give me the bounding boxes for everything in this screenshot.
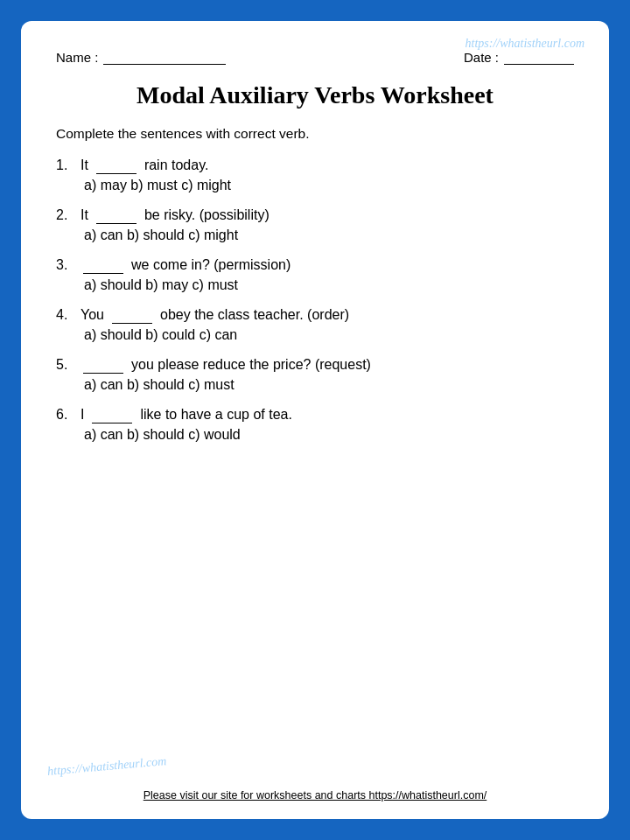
name-label: Name : bbox=[56, 50, 98, 65]
instructions-text: Complete the sentences with correct verb… bbox=[56, 126, 574, 142]
answer-blank[interactable] bbox=[83, 257, 123, 274]
question-block: 4.You obey the class teacher. (order)a) … bbox=[56, 307, 574, 343]
question-text: 4.You obey the class teacher. (order) bbox=[56, 307, 574, 324]
question-text: 6.I like to have a cup of tea. bbox=[56, 407, 574, 424]
question-text-after: like to have a cup of tea. bbox=[140, 407, 291, 423]
footer-note[interactable]: Please visit our site for worksheets and… bbox=[56, 780, 574, 802]
header-row: Name : Date : bbox=[56, 49, 574, 65]
question-number: 5. bbox=[56, 357, 75, 373]
date-field: Date : bbox=[464, 49, 574, 65]
question-text-after: we come in? (permission) bbox=[131, 257, 290, 273]
question-text-after: rain today. bbox=[144, 158, 209, 173]
answer-blank[interactable] bbox=[96, 158, 136, 174]
worksheet-title: Modal Auxiliary Verbs Worksheet bbox=[56, 80, 574, 110]
question-block: 5. you please reduce the price? (request… bbox=[56, 357, 574, 393]
question-options: a) should b) could c) can bbox=[56, 327, 574, 343]
answer-blank[interactable] bbox=[96, 207, 136, 224]
question-options: a) should b) may c) must bbox=[56, 277, 574, 293]
question-text: 2.It be risky. (possibility) bbox=[56, 207, 574, 224]
question-number: 4. bbox=[56, 307, 75, 323]
question-text-after: you please reduce the price? (request) bbox=[131, 357, 371, 373]
date-label: Date : bbox=[464, 50, 499, 65]
question-block: 2.It be risky. (possibility)a) can b) sh… bbox=[56, 207, 574, 243]
question-text-before: It bbox=[80, 207, 88, 223]
question-number: 3. bbox=[56, 257, 75, 273]
questions-list: 1.It rain today.a) may b) must c) might2… bbox=[56, 158, 574, 452]
name-field: Name : bbox=[56, 49, 226, 65]
question-text-after: be risky. (possibility) bbox=[144, 207, 270, 223]
question-block: 1.It rain today.a) may b) must c) might bbox=[56, 158, 574, 193]
name-input-line[interactable] bbox=[103, 49, 226, 65]
question-options: a) can b) should c) would bbox=[56, 427, 574, 443]
question-options: a) can b) should c) must bbox=[56, 377, 574, 393]
answer-blank[interactable] bbox=[112, 307, 152, 324]
question-block: 3. we come in? (permission)a) should b) … bbox=[56, 257, 574, 293]
question-text-before: You bbox=[80, 307, 104, 323]
question-options: a) can b) should c) might bbox=[56, 228, 574, 243]
question-text: 3. we come in? (permission) bbox=[56, 257, 574, 274]
watermark-center: https://whatistheurl.com bbox=[47, 754, 167, 779]
question-text-after: obey the class teacher. (order) bbox=[160, 307, 349, 323]
question-text-before: It bbox=[80, 158, 88, 173]
answer-blank[interactable] bbox=[92, 407, 132, 424]
question-text: 5. you please reduce the price? (request… bbox=[56, 357, 574, 374]
worksheet: https://whatistheurl.com https://whatist… bbox=[21, 21, 609, 819]
question-text: 1.It rain today. bbox=[56, 158, 574, 174]
question-text-before: I bbox=[80, 407, 84, 423]
question-block: 6.I like to have a cup of tea.a) can b) … bbox=[56, 407, 574, 443]
question-number: 2. bbox=[56, 207, 75, 223]
question-number: 6. bbox=[56, 407, 75, 423]
date-input-line[interactable] bbox=[504, 49, 574, 65]
question-number: 1. bbox=[56, 158, 75, 173]
watermark-top: https://whatistheurl.com bbox=[466, 37, 585, 51]
answer-blank[interactable] bbox=[83, 357, 123, 374]
question-options: a) may b) must c) might bbox=[56, 178, 574, 193]
